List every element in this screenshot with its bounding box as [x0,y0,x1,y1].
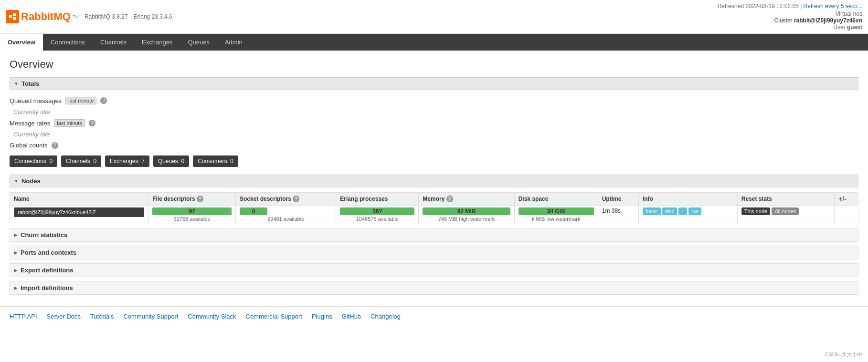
logo-icon [6,10,19,23]
message-rates-badge[interactable]: last minute [54,119,85,127]
svg-rect-0 [9,15,12,18]
disk-space-bar: 34 GiB [519,207,594,215]
nav-tab-exchanges[interactable]: Exchanges [134,34,180,51]
arrow-icon-churn: ▶ [14,232,18,238]
queued-messages-help[interactable]: ? [100,97,107,104]
col-erlang-processes: Erlang processes [336,193,419,206]
info-cell: basicdisc1rss [638,206,737,224]
logo-tm: TM [73,14,79,19]
collapsible-header-ports[interactable]: ▶ Ports and contexts [10,246,858,259]
message-rates-help[interactable]: ? [89,120,95,126]
nodes-table: Name File descriptors ? Socket descripto… [10,192,858,224]
virtual-host-label: Virtual hos [718,10,862,17]
message-rates-row: Message rates last minute ? [10,117,858,129]
logo: RabbitMQ TM [6,10,79,23]
socket-descriptors-help[interactable]: ? [293,196,299,202]
reset-stats-cell: This nodeAll nodes [737,206,834,224]
collapsible-header-export[interactable]: ▶ Export definitions [10,263,858,277]
file-descriptors-help[interactable]: ? [197,196,203,202]
col-name: Name [10,193,148,206]
nav-tab-connections[interactable]: Connections [43,34,93,51]
col-socket-descriptors: Socket descriptors ? [236,193,336,206]
info-badge-disc[interactable]: disc [662,207,677,215]
footer-link-tutorials[interactable]: Tutorials [90,313,114,320]
count-badge-connections[interactable]: Connections: 0 [10,155,57,167]
refresh-link[interactable]: Refresh every 5 seco... [804,3,862,10]
global-counts-help[interactable]: ? [52,142,58,149]
footer-link-server-docs[interactable]: Server Docs [47,313,81,320]
footer-link-community-slack[interactable]: Community Slack [188,313,236,320]
version-info: RabbitMQ 3.8.27 [85,13,128,20]
top-bar: RabbitMQ TM RabbitMQ 3.8.27 Erlang 23.3.… [0,0,868,34]
collapsible-header-churn[interactable]: ▶ Churn statistics [10,228,858,242]
collapsible-section-ports: ▶ Ports and contexts [10,246,858,259]
col-memory: Memory ? [419,193,514,206]
file-descriptors-bar-wrap: 97 32768 available [152,207,232,222]
uptime-cell: 1m 38s [598,206,638,224]
erlang-processes-bar-wrap: 367 1048576 available [340,207,414,222]
nodes-toggle-icon: ▼ [14,178,19,184]
socket-descriptors-bar-wrap: 0 29401 available [240,207,332,222]
message-rates-label: Message rates [10,120,50,127]
count-badges: Connections: 0Channels: 0Exchanges: 7Que… [10,155,858,167]
table-row: rabbit@iZ0jl99yuy7z46xnbue42iZ 97 32768 … [10,206,858,224]
svg-rect-2 [13,17,16,20]
cluster-info: Cluster rabbit@iZ0jl99yuy7z46xn [718,17,862,24]
footer-link-github[interactable]: GitHub [342,313,361,320]
currently-idle-1: Currently idle [13,108,50,115]
totals-content: Queued messages last minute ? Currently … [10,95,858,167]
queued-messages-badge[interactable]: last minute [65,97,96,104]
nodes-header[interactable]: ▼ Nodes [10,175,858,187]
collapsible-section-export: ▶ Export definitions [10,263,858,277]
footer-link-community-support[interactable]: Community Support [123,313,178,320]
nodes-table-header-row: Name File descriptors ? Socket descripto… [10,193,858,206]
totals-section: ▼ Totals Queued messages last minute ? C… [10,77,858,167]
count-badge-consumers[interactable]: Consumers: 0 [193,155,238,167]
arrow-icon-export: ▶ [14,268,18,273]
info-badge-1[interactable]: 1 [678,207,687,215]
logo-text: RabbitMQ [21,10,71,23]
memory-cell: 92 MiB 746 MiB high watermark [419,206,514,224]
socket-descriptors-available: 29401 available [240,216,332,222]
col-uptime: Uptime [598,193,638,206]
main-content: Overview ▼ Totals Queued messages last m… [0,51,868,306]
nav-tab-queues[interactable]: Queues [180,34,217,51]
svg-rect-1 [13,13,16,16]
footer-link-http-api[interactable]: HTTP API [10,313,37,320]
count-badge-queues[interactable]: Queues: 0 [153,155,189,167]
footer-link-plugins[interactable]: Plugins [312,313,332,320]
file-descriptors-cell: 97 32768 available [148,206,236,224]
disk-space-bar-wrap: 34 GiB k MiB low watermark [519,207,594,222]
erlang-processes-bar: 367 [340,207,414,215]
count-badge-channels[interactable]: Channels: 0 [61,155,101,167]
currently-idle-2-row: Currently idle [10,129,858,140]
nodes-table-body: rabbit@iZ0jl99yuy7z46xnbue42iZ 97 32768 … [10,206,858,224]
totals-header[interactable]: ▼ Totals [10,77,858,90]
nav-tab-admin[interactable]: Admin [217,34,250,51]
footer: HTTP APIServer DocsTutorialsCommunity Su… [0,306,868,326]
node-name-cell: rabbit@iZ0jl99yuy7z46xnbue42iZ [10,206,148,224]
collapsible-title-export: Export definitions [21,267,74,274]
info-badges: basicdisc1rss [643,207,733,215]
plus-minus-btn[interactable]: +/- [838,195,847,203]
nav-tab-channels[interactable]: Channels [93,34,134,51]
footer-link-changelog[interactable]: Changelog [370,313,401,320]
arrow-icon-ports: ▶ [14,250,18,255]
global-counts-label: Global counts [10,142,48,149]
erlang-processes-available: 1048576 available [340,216,414,222]
footer-link-commercial-support[interactable]: Commercial Support [246,313,303,320]
currently-idle-2: Currently idle [13,131,50,138]
currently-idle-1-row: Currently idle [10,106,858,117]
info-badge-basic[interactable]: basic [643,207,661,215]
disk-space-cell: 34 GiB k MiB low watermark [514,206,598,224]
memory-help[interactable]: ? [446,196,453,202]
collapsible-header-import[interactable]: ▶ Import definitions [10,281,858,295]
refresh-info: Refreshed 2022-08-19 12:02:05 | Refresh … [718,3,862,10]
nav-tab-overview[interactable]: Overview [0,34,43,51]
all-nodes-button[interactable]: All nodes [772,207,799,215]
cluster-name: rabbit@iZ0jl99yuy7z46xn [794,17,862,24]
this-node-button[interactable]: This node [741,207,770,215]
logo-area: RabbitMQ TM RabbitMQ 3.8.27 Erlang 23.3.… [6,10,172,23]
info-badge-rss[interactable]: rss [688,207,701,215]
count-badge-exchanges[interactable]: Exchanges: 7 [105,155,149,167]
